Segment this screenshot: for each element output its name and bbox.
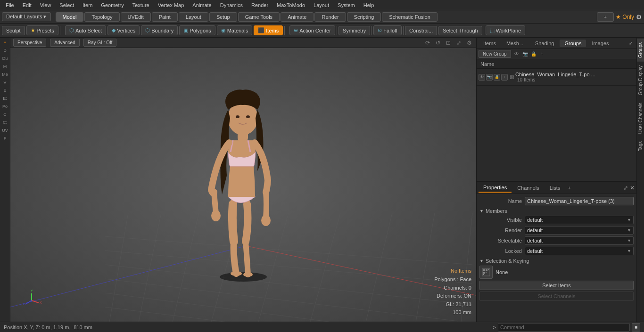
viewport-expand-icon[interactable]: ⤢: [454, 39, 463, 47]
rp-tab-shading[interactable]: Shading: [530, 40, 559, 47]
sel-keying-section[interactable]: ▼ Selection & Keying: [479, 258, 634, 264]
auto-select-button[interactable]: ⬡ Auto Select: [65, 25, 106, 35]
add-icon[interactable]: +: [538, 50, 546, 58]
locked-select[interactable]: default ▼: [525, 247, 634, 255]
layout-tab-setup[interactable]: Setup: [209, 12, 237, 22]
side-tab-groups[interactable]: Groups: [637, 39, 644, 62]
group-item[interactable]: 👁 📷 🔒 + ⛓ Chinese_Woman_Lingerie_T-po ..…: [477, 69, 636, 86]
groups-list[interactable]: 👁 📷 🔒 + ⛓ Chinese_Woman_Lingerie_T-po ..…: [477, 69, 636, 181]
falloff-button[interactable]: ⊙ Falloff: [373, 25, 402, 35]
rp-tab-items[interactable]: Items: [479, 40, 501, 47]
menu-view[interactable]: View: [36, 1, 55, 9]
props-tab-lists[interactable]: Lists: [545, 184, 565, 192]
expand-icon[interactable]: ⤢: [627, 40, 635, 47]
layout-tab-model[interactable]: Model: [56, 12, 84, 22]
menu-layout[interactable]: Layout: [310, 1, 333, 9]
rp-tab-groups[interactable]: Groups: [560, 40, 586, 47]
left-tool-1[interactable]: D: [0, 47, 10, 54]
layout-tab-scripting[interactable]: Scripting: [347, 12, 381, 22]
constraints-button[interactable]: Constrai...: [405, 26, 437, 35]
item-lock-icon[interactable]: 🔒: [494, 74, 500, 81]
menu-system[interactable]: System: [334, 1, 359, 9]
layout-tab-layout[interactable]: Layout: [179, 12, 208, 22]
menu-maxtomodo[interactable]: MaxToModo: [273, 1, 309, 9]
keying-icon[interactable]: [479, 266, 493, 279]
props-close-icon[interactable]: ✕: [630, 185, 635, 191]
sculpt-button[interactable]: Sculpt: [2, 26, 25, 35]
left-tool-8[interactable]: Po: [0, 103, 10, 110]
materials-button[interactable]: ◉ Materials: [217, 25, 253, 35]
layout-dropdown[interactable]: Default Layouts ▾: [2, 12, 51, 21]
left-tool-6[interactable]: E: [0, 87, 10, 94]
layout-tab-paint[interactable]: Paint: [152, 12, 178, 22]
layout-tab-plus[interactable]: +: [597, 12, 614, 22]
viewport-rotate-icon[interactable]: ⟳: [423, 39, 432, 47]
viewport-type-button[interactable]: Perspective: [13, 39, 46, 47]
left-tool-move[interactable]: •: [0, 39, 10, 46]
select-through-button[interactable]: Select Through: [438, 26, 482, 35]
action-center-button[interactable]: ⊕ Action Center: [289, 25, 335, 35]
settings-icon[interactable]: ⚙: [636, 13, 642, 21]
render-icon[interactable]: 📷: [486, 74, 493, 81]
visibility-icon[interactable]: 👁: [479, 74, 485, 81]
members-section[interactable]: ▼ Members: [479, 208, 634, 214]
menu-vertexmap[interactable]: Vertex Map: [154, 1, 188, 9]
props-expand-icon[interactable]: ⤢: [623, 185, 628, 191]
viewport[interactable]: Perspective Advanced Ray GL: Off ⟳ ↺ ⊡ ⤢…: [10, 38, 476, 322]
layout-tab-animate[interactable]: Animate: [281, 12, 314, 22]
viewport-quality-button[interactable]: Advanced: [50, 39, 79, 47]
menu-help[interactable]: Help: [360, 1, 378, 9]
lock-icon[interactable]: 🔒: [530, 50, 537, 58]
side-tab-user-channels[interactable]: User Channels: [637, 99, 644, 138]
left-tool-9[interactable]: C: [0, 111, 10, 118]
layout-tab-topology[interactable]: Topology: [84, 12, 119, 22]
items-button[interactable]: ⬛ Items: [254, 25, 283, 35]
menu-texture[interactable]: Texture: [129, 1, 153, 9]
left-tool-4[interactable]: Me: [0, 71, 10, 78]
menu-item[interactable]: Item: [79, 1, 96, 9]
new-group-button[interactable]: New Group: [479, 50, 511, 58]
left-tool-uv[interactable]: UV: [0, 127, 10, 134]
name-input[interactable]: [525, 197, 634, 205]
layout-tab-uvedit[interactable]: UVEdit: [121, 12, 151, 22]
viewport-frame-icon[interactable]: ⊡: [444, 39, 453, 47]
left-tool-F[interactable]: F: [0, 135, 10, 142]
viewport-canvas[interactable]: No Items Polygons : Face Channels: 0 Def…: [10, 48, 476, 322]
left-tool-2[interactable]: Du: [0, 55, 10, 62]
left-tool-5[interactable]: V: [0, 79, 10, 86]
visible-select[interactable]: default ▼: [525, 216, 634, 224]
symmetry-button[interactable]: Symmetry: [339, 26, 371, 35]
polygons-button[interactable]: ▣ Polygons: [179, 25, 215, 35]
side-tab-group-display[interactable]: Group Display: [637, 62, 644, 99]
menu-render[interactable]: Render: [248, 1, 272, 9]
item-add-icon[interactable]: +: [501, 74, 508, 81]
presets-button[interactable]: ★ Presets: [26, 25, 58, 35]
menu-animate[interactable]: Animate: [189, 1, 215, 9]
selectable-select[interactable]: default ▼: [525, 236, 634, 245]
props-tab-channels[interactable]: Channels: [512, 184, 544, 192]
render-select[interactable]: default ▼: [525, 226, 634, 235]
viewport-refresh-icon[interactable]: ↺: [434, 39, 442, 47]
command-input[interactable]: [498, 323, 630, 332]
workplane-button[interactable]: ⬚ WorkPlane: [486, 25, 526, 35]
props-tab-properties[interactable]: Properties: [479, 183, 512, 193]
viewport-settings-icon[interactable]: ⚙: [465, 39, 473, 47]
star-only-button[interactable]: ★ Only: [616, 14, 634, 20]
props-plus-button[interactable]: +: [568, 185, 570, 191]
viewport-render-button[interactable]: Ray GL: Off: [83, 39, 117, 47]
menu-geometry[interactable]: Geometry: [97, 1, 127, 9]
camera-icon[interactable]: 📷: [521, 50, 529, 58]
left-tool-3[interactable]: M: [0, 63, 10, 70]
layout-tab-render[interactable]: Render: [314, 12, 346, 22]
menu-dynamics[interactable]: Dynamics: [216, 1, 247, 9]
rp-tab-images[interactable]: Images: [587, 40, 613, 47]
side-tab-tags[interactable]: Tags: [637, 138, 644, 155]
command-execute-button[interactable]: ■: [632, 323, 640, 332]
select-items-button[interactable]: Select Items: [479, 281, 634, 290]
boundary-button[interactable]: ⬡ Boundary: [141, 25, 178, 35]
layout-tab-gametools[interactable]: Game Tools: [238, 12, 280, 22]
layout-tab-schematic[interactable]: Schematic Fusion: [382, 12, 437, 22]
left-tool-10[interactable]: C:: [0, 119, 10, 126]
left-tool-7[interactable]: E:: [0, 95, 10, 102]
rp-tab-mesh[interactable]: Mesh ...: [502, 40, 529, 47]
